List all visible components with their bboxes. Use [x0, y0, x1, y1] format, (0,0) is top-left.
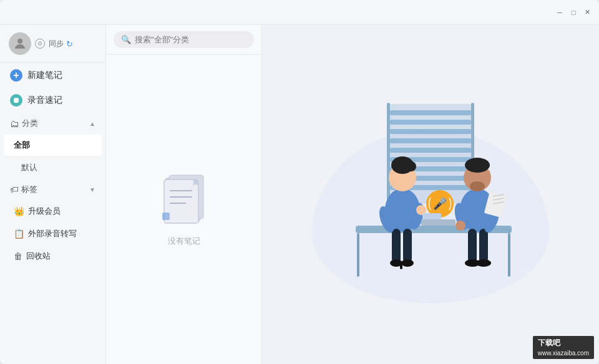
settings-icon[interactable]: ⚙: [35, 39, 45, 49]
crown-icon: 👑: [14, 206, 24, 216]
external-audio-icon: 📋: [14, 229, 24, 239]
avatar[interactable]: [9, 32, 31, 55]
svg-rect-46: [479, 229, 488, 263]
new-note-icon: +: [10, 69, 22, 82]
chevron-down-icon: ▼: [89, 186, 95, 193]
sync-area[interactable]: 同步 ↻: [49, 39, 73, 49]
categories-label: 分类: [22, 118, 38, 129]
categories-section[interactable]: 🗂 分类 ▲: [0, 113, 105, 134]
svg-rect-11: [162, 213, 170, 220]
svg-rect-15: [390, 129, 471, 134]
search-bar: 🔍: [106, 25, 261, 55]
sync-spinner-icon: ↻: [66, 39, 73, 49]
search-input-wrap[interactable]: 🔍: [114, 31, 254, 48]
svg-point-48: [476, 259, 491, 267]
svg-rect-31: [392, 229, 401, 263]
new-note-label: 新建笔记: [27, 70, 62, 81]
svg-point-0: [17, 39, 22, 44]
tags-label: 标签: [21, 184, 37, 195]
all-label: 全部: [14, 140, 30, 151]
app-window: ─ □ ✕ ⚙ 同步: [0, 0, 599, 364]
svg-rect-17: [390, 148, 471, 153]
watermark-text: 下载吧: [538, 338, 560, 347]
audio-note-button[interactable]: ⏺ 录音速记: [0, 88, 105, 113]
sidebar-item-external-audio[interactable]: 📋 外部录音转写: [4, 223, 102, 244]
sync-label: 同步: [49, 39, 64, 49]
main-content: 🎤: [262, 25, 599, 364]
minimize-button[interactable]: ─: [555, 8, 564, 17]
svg-rect-45: [468, 229, 477, 263]
empty-state: 没有笔记: [106, 55, 261, 364]
audio-note-icon: ⏺: [10, 94, 22, 107]
trash-icon: 🗑: [14, 251, 22, 261]
external-audio-label: 外部录音转写: [28, 228, 77, 239]
svg-rect-22: [387, 103, 390, 203]
svg-rect-32: [403, 229, 412, 263]
svg-rect-26: [508, 233, 510, 277]
sidebar-item-upgrade[interactable]: 👑 升级会员: [4, 201, 102, 222]
watermark-url: www.xiazaiba.com: [538, 350, 589, 357]
svg-rect-14: [390, 120, 471, 125]
svg-point-34: [401, 259, 414, 267]
empty-note-icon: [159, 172, 209, 228]
maximize-button[interactable]: □: [569, 8, 578, 17]
empty-text: 没有笔记: [168, 236, 200, 247]
svg-point-55: [455, 221, 465, 231]
tag-icon: 🏷: [10, 184, 19, 194]
titlebar: ─ □ ✕: [0, 0, 599, 25]
main-layout: ⚙ 同步 ↻ + 新建笔记 ⏺ 录音速记 🗂 分类: [0, 25, 599, 364]
chevron-up-icon: ▲: [89, 120, 95, 127]
svg-rect-16: [390, 138, 471, 143]
svg-rect-25: [357, 233, 359, 277]
search-icon: 🔍: [121, 35, 131, 44]
svg-point-30: [406, 161, 416, 171]
tags-section[interactable]: 🏷 标签 ▼: [0, 179, 105, 200]
default-label: 默认: [21, 162, 37, 173]
new-note-button[interactable]: + 新建笔记: [0, 63, 105, 88]
upgrade-label: 升级会员: [28, 206, 61, 217]
svg-rect-35: [400, 264, 402, 269]
middle-panel: 🔍: [106, 25, 262, 364]
audio-note-label: 录音速记: [27, 95, 62, 106]
people-illustration: 🎤: [306, 85, 555, 297]
svg-point-43: [465, 158, 490, 173]
trash-label: 回收站: [26, 251, 51, 262]
svg-text:🎤: 🎤: [433, 197, 447, 211]
sidebar-top: ⚙ 同步 ↻: [0, 25, 105, 63]
svg-rect-13: [390, 110, 471, 115]
sidebar: ⚙ 同步 ↻ + 新建笔记 ⏺ 录音速记 🗂 分类: [0, 25, 106, 364]
sidebar-item-all[interactable]: 全部: [4, 135, 102, 156]
svg-point-44: [470, 181, 485, 191]
close-button[interactable]: ✕: [583, 8, 592, 17]
sidebar-item-default[interactable]: 默认: [4, 157, 102, 178]
sidebar-item-trash[interactable]: 🗑 回收站: [4, 246, 102, 267]
watermark: 下载吧 www.xiazaiba.com: [533, 336, 594, 359]
svg-rect-56: [421, 219, 455, 226]
illustration-container: 🎤: [306, 85, 555, 304]
search-input[interactable]: [135, 35, 246, 44]
svg-rect-57: [422, 213, 441, 219]
window-controls: ─ □ ✕: [555, 8, 592, 17]
folder-icon: 🗂: [10, 118, 19, 129]
